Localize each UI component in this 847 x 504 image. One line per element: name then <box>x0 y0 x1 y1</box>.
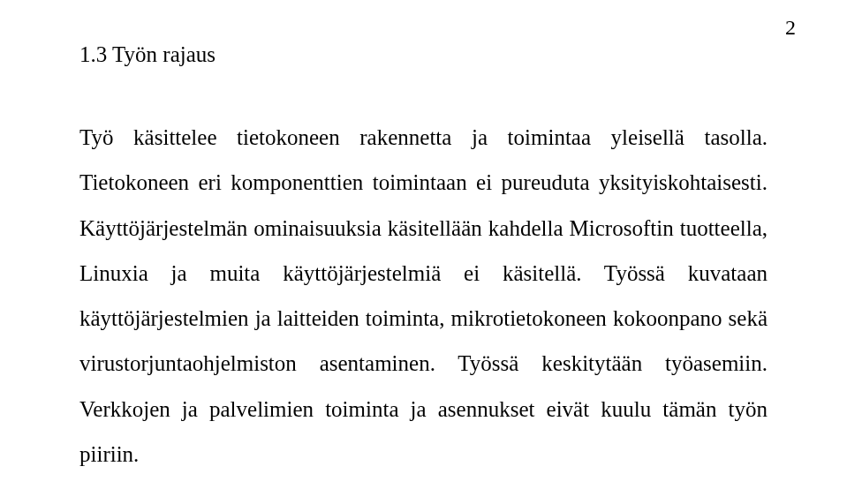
page-number: 2 <box>785 16 796 40</box>
section-heading: 1.3 Työn rajaus <box>79 42 768 67</box>
body-paragraph: Työ käsittelee tietokoneen rakennetta ja… <box>79 115 768 477</box>
